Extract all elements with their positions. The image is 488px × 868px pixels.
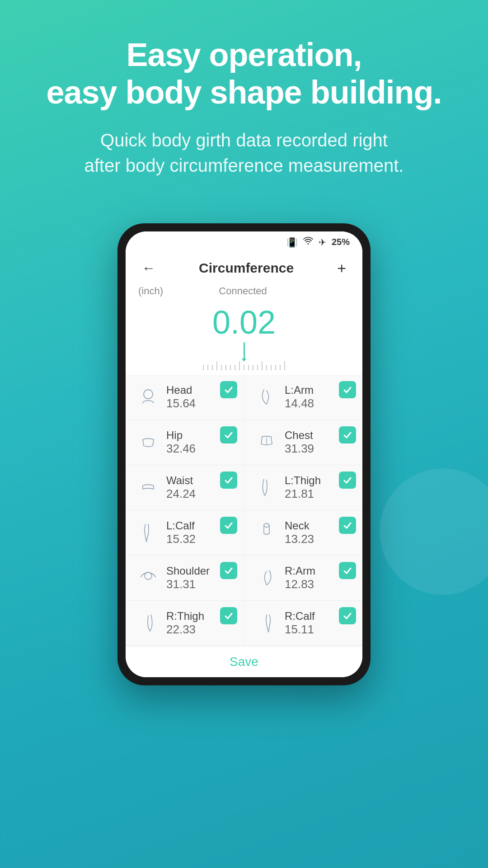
item-value-r-arm: 12.83 <box>285 577 352 591</box>
item-value-shoulder: 31.31 <box>166 577 233 591</box>
status-bar: 📳 ✈ 25% <box>126 231 362 251</box>
hero-subtitle: Quick body girth data recorded rightafte… <box>27 127 461 178</box>
ruler-ticks <box>138 361 350 370</box>
measurement-item-l-arm[interactable]: L:Arm14.48 <box>244 375 362 420</box>
shoulder-icon <box>136 566 160 590</box>
phone-screen: 📳 ✈ 25% ← Circumference + <box>126 231 362 677</box>
tick <box>257 365 258 370</box>
check-badge-r-arm[interactable] <box>339 562 356 579</box>
waist-icon <box>136 476 160 499</box>
tick <box>284 361 285 370</box>
tick <box>271 365 272 370</box>
tick <box>212 365 213 370</box>
item-value-l-arm: 14.48 <box>285 396 352 410</box>
check-badge-neck[interactable] <box>339 517 356 534</box>
check-badge-head[interactable] <box>220 381 237 398</box>
app-header: ← Circumference + <box>126 251 362 283</box>
bg-decoration <box>380 468 488 595</box>
measurement-value: 0.02 <box>138 306 350 339</box>
save-button[interactable]: Save <box>211 651 277 672</box>
tick <box>221 365 222 370</box>
tick <box>253 365 253 370</box>
measurements-grid: Head15.64L:Arm14.48Hip32.46Chest31.39Wai… <box>126 375 362 646</box>
item-value-hip: 32.46 <box>166 442 233 456</box>
measurement-item-hip[interactable]: Hip32.46 <box>126 420 244 465</box>
head-icon <box>136 385 160 409</box>
check-badge-l-calf[interactable] <box>220 517 237 534</box>
measurements-panel: Head15.64L:Arm14.48Hip32.46Chest31.39Wai… <box>126 370 362 677</box>
measurement-item-l-thigh[interactable]: L:Thigh21.81 <box>244 465 362 510</box>
item-value-chest: 31.39 <box>285 442 352 456</box>
app-title: Circumference <box>199 260 294 276</box>
item-value-waist: 24.24 <box>166 487 233 501</box>
check-badge-r-thigh[interactable] <box>220 607 237 624</box>
measurement-item-r-thigh[interactable]: R:Thigh22.33 <box>126 601 244 646</box>
phone-frame: 📳 ✈ 25% ← Circumference + <box>117 223 371 685</box>
item-value-head: 15.64 <box>166 396 233 410</box>
battery-text: 25% <box>332 237 350 247</box>
tick <box>230 365 231 370</box>
tick <box>262 361 263 370</box>
tick <box>216 361 217 370</box>
check-badge-hip[interactable] <box>220 426 237 443</box>
tick <box>248 365 249 370</box>
tick <box>203 365 204 370</box>
check-badge-chest[interactable] <box>339 426 356 443</box>
l-arm-icon <box>255 385 278 409</box>
check-badge-shoulder[interactable] <box>220 562 237 579</box>
measurement-item-r-calf[interactable]: R:Calf15.11 <box>244 601 362 646</box>
check-badge-l-thigh[interactable] <box>339 472 356 489</box>
scale-ruler <box>126 339 362 370</box>
tick <box>280 365 281 370</box>
tick <box>239 361 240 370</box>
measurement-item-shoulder[interactable]: Shoulder31.31 <box>126 556 244 601</box>
unit-connected-row: (inch) Connected <box>126 283 362 302</box>
back-button[interactable]: ← <box>138 257 159 279</box>
tick <box>235 365 235 370</box>
r-calf-icon <box>255 611 278 635</box>
measurement-item-waist[interactable]: Waist24.24 <box>126 465 244 510</box>
item-value-neck: 13.23 <box>285 532 352 546</box>
tick <box>244 365 244 370</box>
hero-section: Easy operation,easy body shape building.… <box>0 0 488 196</box>
ruler-indicator <box>244 342 245 359</box>
check-badge-waist[interactable] <box>220 472 237 489</box>
tick <box>275 365 276 370</box>
measurement-display: 0.02 <box>126 302 362 339</box>
check-badge-l-arm[interactable] <box>339 381 356 398</box>
chest-icon <box>255 430 278 454</box>
wifi-icon <box>303 237 313 247</box>
item-value-r-thigh: 22.33 <box>166 623 233 637</box>
connected-label: Connected <box>136 285 350 297</box>
add-button[interactable]: + <box>333 256 350 281</box>
l-calf-icon <box>136 521 160 544</box>
airplane-icon: ✈ <box>319 237 326 248</box>
tick <box>266 365 267 370</box>
r-thigh-icon <box>136 611 160 635</box>
svg-point-1 <box>264 524 269 527</box>
measurement-item-l-calf[interactable]: L:Calf15.32 <box>126 510 244 556</box>
r-arm-icon <box>255 566 278 590</box>
check-badge-r-calf[interactable] <box>339 607 356 624</box>
svg-point-0 <box>144 390 153 399</box>
item-value-l-calf: 15.32 <box>166 532 233 546</box>
measurement-item-neck[interactable]: Neck13.23 <box>244 510 362 556</box>
hero-title: Easy operation,easy body shape building. <box>27 36 461 111</box>
measurement-item-chest[interactable]: Chest31.39 <box>244 420 362 465</box>
tick <box>207 365 208 370</box>
tick <box>225 365 226 370</box>
l-thigh-icon <box>255 476 278 499</box>
vibrate-icon: 📳 <box>286 237 298 248</box>
save-bar: Save <box>126 646 362 677</box>
item-value-r-calf: 15.11 <box>285 623 352 637</box>
hip-icon <box>136 430 160 454</box>
item-value-l-thigh: 21.81 <box>285 487 352 501</box>
svg-point-2 <box>145 572 152 580</box>
measurement-item-r-arm[interactable]: R:Arm12.83 <box>244 556 362 601</box>
phone-wrapper: 📳 ✈ 25% ← Circumference + <box>0 223 488 685</box>
measurement-item-head[interactable]: Head15.64 <box>126 375 244 420</box>
neck-icon <box>255 521 278 544</box>
